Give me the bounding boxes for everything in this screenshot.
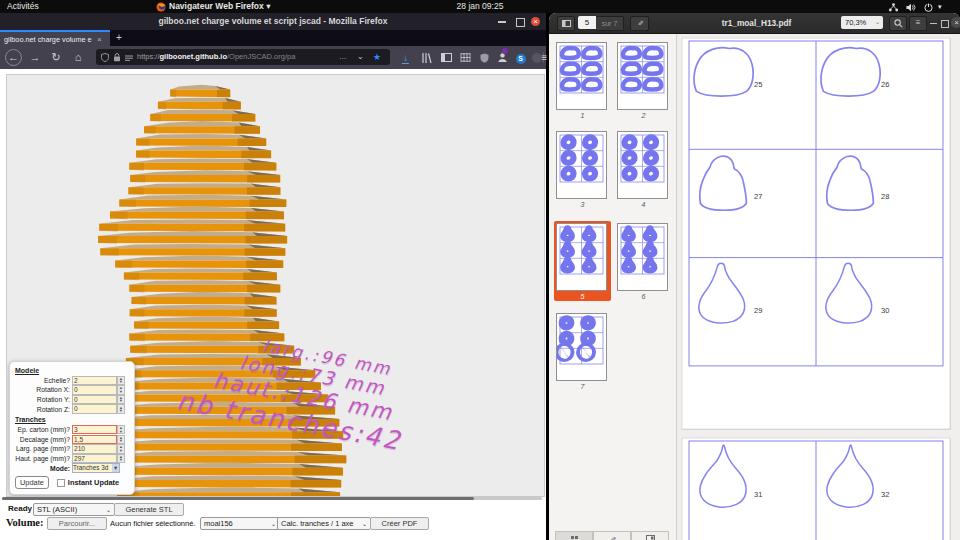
svg-text:28: 28 [881, 192, 889, 201]
reload-button[interactable]: ↻ [48, 49, 64, 65]
new-tab-icon[interactable]: + [116, 30, 122, 45]
spinner[interactable]: ▴▾ [117, 425, 125, 435]
param-label: Larg. page (mm)? [13, 445, 72, 452]
sidebar-toggle-icon[interactable] [439, 50, 454, 65]
instant-update-checkbox[interactable] [57, 479, 65, 487]
downloads-icon[interactable]: ↓ [398, 50, 413, 65]
pdf-thumbnail-page-3[interactable]: 3 [554, 129, 611, 209]
svg-text:25: 25 [754, 80, 762, 89]
lock-icon[interactable] [113, 53, 121, 62]
pdf-page-input[interactable]: 5 [578, 16, 596, 29]
pdf-page-view[interactable]: 2526272829303132 [677, 34, 960, 540]
param-input[interactable]: 0 [72, 395, 117, 404]
volume-row: Volume: Parcourir... Aucun fichier sélec… [0, 516, 546, 531]
mode-select[interactable]: Tranches 3d▾ [72, 463, 120, 473]
pdf-annotate-button[interactable]: ✎ [630, 16, 649, 31]
maximize-icon[interactable] [516, 18, 525, 27]
account-icon[interactable] [495, 50, 510, 65]
thumbnail-image[interactable] [556, 42, 607, 110]
param-input[interactable]: 297 [72, 454, 117, 463]
thumbnail-image[interactable] [556, 223, 607, 291]
close-icon[interactable]: × [531, 17, 540, 26]
clock[interactable]: 28 jan 09:25 [0, 0, 960, 13]
minimize-icon[interactable] [498, 21, 506, 23]
forward-button[interactable]: → [27, 49, 43, 65]
update-button[interactable]: Update [15, 476, 49, 489]
pdf-header-bar[interactable]: 5 sur 7 ✎ tr1_moal_H13.pdf 70,3% ⌄ ≡ × [549, 13, 960, 34]
thumbnails-tab[interactable] [555, 531, 593, 540]
page-actions-icon[interactable]: … [339, 49, 347, 65]
3d-viewport[interactable]: larg.:96 mm long.:73 mm haut.:126 mm nb … [6, 74, 545, 497]
thumbnail-image[interactable] [617, 131, 668, 199]
calc-select[interactable]: Calc. tranches / 1 axe⌄ [277, 517, 371, 530]
param-label: Echelle? [13, 377, 72, 384]
pdf-zoom-select[interactable]: 70,3% ⌄ [841, 16, 883, 29]
s-extension-icon[interactable]: S [513, 50, 528, 65]
power-icon[interactable] [923, 0, 934, 13]
pdf-close-icon[interactable]: × [951, 17, 960, 28]
tracking-icon[interactable] [125, 55, 133, 62]
scrollbar-thumb[interactable] [2, 497, 474, 500]
pdf-search-button[interactable] [889, 16, 907, 31]
param-row: Echelle?2▴▾ [13, 376, 131, 385]
permissions-shield-icon[interactable] [101, 53, 109, 62]
param-input[interactable]: 3 [72, 425, 117, 434]
spinner[interactable]: ▴▾ [117, 404, 125, 414]
create-pdf-button[interactable]: Créer PDF [370, 517, 429, 530]
pocket-icon[interactable]: ⌄ [357, 49, 364, 65]
outline-tab[interactable] [631, 531, 669, 540]
chevron-down-icon: ⌄ [106, 506, 111, 513]
model-select[interactable]: moai156⌄ [200, 517, 280, 530]
annotations-tab[interactable]: ✎ [593, 531, 631, 540]
shield-addon-icon[interactable] [477, 50, 492, 65]
format-select[interactable]: STL (ASCII)⌄ [33, 503, 115, 516]
tab-title: gilboo.net charge volume e [4, 33, 94, 46]
back-button[interactable]: ← [5, 49, 22, 66]
tab-close-icon[interactable]: × [97, 33, 102, 46]
spinner[interactable]: ▴▾ [117, 454, 125, 464]
pdf-menu-button[interactable]: ≡ [909, 16, 927, 31]
pdf-thumbnail-sidebar: 1234567 ✎ [549, 34, 677, 540]
thumbnail-image[interactable] [617, 42, 668, 110]
thumbnail-label: 1 [556, 112, 609, 119]
home-button[interactable]: ⌂ [70, 49, 86, 65]
url-bar[interactable]: https://gilboonet.github.io/OpenJSCAD.or… [96, 49, 390, 65]
pdf-thumbnail-page-6[interactable]: 6 [615, 221, 672, 301]
pdf-thumbnail-page-4[interactable]: 4 [615, 129, 672, 209]
spinner[interactable]: ▴▾ [117, 435, 125, 445]
param-row: Larg. page (mm)?210▴▾ [13, 445, 131, 454]
param-input[interactable]: 0 [72, 404, 117, 413]
bookmark-star-icon[interactable]: ★ [373, 49, 381, 65]
thumbnail-image[interactable] [556, 313, 607, 381]
spinner[interactable]: ▴▾ [117, 395, 125, 405]
thumbnail-image[interactable] [617, 223, 668, 291]
pdf-maximize-icon[interactable] [941, 20, 949, 28]
volume-icon[interactable] [905, 0, 916, 13]
instant-update-label: Instant Update [68, 478, 119, 487]
browse-button[interactable]: Parcourir... [47, 517, 107, 530]
param-input[interactable]: 2 [72, 376, 117, 385]
library-icon[interactable] [419, 50, 434, 65]
param-input[interactable]: 1,5 [72, 435, 117, 444]
generate-stl-button[interactable]: Generate STL [114, 503, 184, 516]
spinner[interactable]: ▴▾ [117, 385, 125, 395]
pdf-thumbnail-page-7[interactable]: 7 [554, 311, 611, 391]
spinner[interactable]: ▴▾ [117, 444, 125, 454]
spinner[interactable]: ▴▾ [117, 376, 125, 386]
extensions-grid-icon[interactable] [458, 50, 473, 65]
slices-rows: Ep. carton (mm)?3▴▾Decalage (mm)?1,5▴▾La… [13, 425, 131, 462]
pdf-zoom-value: 70,3% [845, 18, 866, 27]
thumbnail-image[interactable] [556, 131, 607, 199]
param-input[interactable]: 210 [72, 444, 117, 453]
caret-down-icon[interactable]: ▾ [938, 0, 942, 13]
pdf-thumbnail-page-1[interactable]: 1 [554, 40, 611, 120]
horizontal-scrollbar[interactable] [2, 497, 542, 500]
network-icon[interactable] [888, 0, 899, 13]
firefox-title-bar[interactable]: gilboo.net charge volume et script jscad… [0, 13, 546, 30]
pdf-sidebar-toggle[interactable] [557, 16, 575, 31]
pdf-thumbnail-page-2[interactable]: 2 [615, 40, 672, 120]
pdf-viewer-window: 5 sur 7 ✎ tr1_moal_H13.pdf 70,3% ⌄ ≡ × 1… [549, 13, 960, 540]
pdf-minimize-icon[interactable] [930, 23, 937, 24]
pdf-thumbnail-page-5[interactable]: 5 [554, 221, 611, 301]
param-input[interactable]: 0 [72, 385, 117, 394]
